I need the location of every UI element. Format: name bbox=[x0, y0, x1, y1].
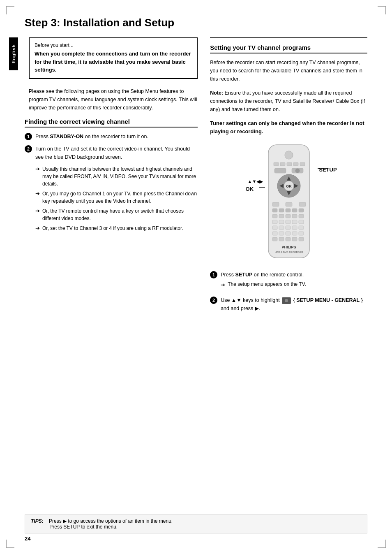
tips-label: TIPS: bbox=[31, 518, 44, 524]
arrow-text-3: Or, the TV remote control may have a key… bbox=[42, 207, 198, 222]
svg-rect-25 bbox=[279, 214, 284, 218]
ok-label: OK bbox=[246, 186, 254, 192]
svg-rect-35 bbox=[279, 226, 284, 229]
svg-rect-22 bbox=[292, 209, 297, 212]
right-step-1-sub: ➔ The setup menu appears on the TV. bbox=[221, 280, 306, 290]
svg-rect-28 bbox=[299, 214, 304, 218]
left-column: English Before you start... When you com… bbox=[25, 37, 198, 317]
two-column-layout: English Before you start... When you com… bbox=[25, 37, 367, 317]
svg-rect-30 bbox=[279, 220, 284, 224]
svg-text:OK: OK bbox=[286, 184, 292, 188]
finding-channel-heading: Finding the correct viewing channel bbox=[25, 118, 198, 127]
svg-rect-23 bbox=[299, 209, 304, 212]
svg-rect-33 bbox=[299, 220, 304, 224]
svg-rect-32 bbox=[292, 220, 297, 224]
right-step-1: 1 Press SETUP on the remote control. ➔ T… bbox=[210, 271, 367, 292]
right-top-divider bbox=[210, 37, 367, 38]
arrow-item-4: ➔ Or, set the TV to Channel 3 or 4 if yo… bbox=[35, 225, 198, 232]
svg-text:PHILIPS: PHILIPS bbox=[281, 245, 296, 249]
right-arrow-1: ➔ bbox=[221, 281, 225, 290]
svg-rect-26 bbox=[286, 214, 291, 218]
language-tab: English bbox=[9, 37, 18, 70]
standby-on-label: STANDBY-ON bbox=[50, 134, 83, 139]
page-number: 24 bbox=[25, 535, 30, 542]
corner-tr bbox=[378, 6, 386, 14]
svg-rect-41 bbox=[286, 232, 291, 235]
svg-rect-4 bbox=[287, 162, 292, 166]
svg-rect-2 bbox=[274, 162, 279, 166]
note-label: Note: bbox=[210, 90, 223, 96]
right-arrow-text-1: The setup menu appears on the TV. bbox=[228, 280, 306, 288]
before-start-box: Before you start... When you complete th… bbox=[29, 37, 198, 79]
svg-rect-6 bbox=[300, 162, 305, 166]
svg-rect-46 bbox=[286, 237, 291, 241]
arrow-icon-1: ➔ bbox=[35, 166, 40, 172]
step-2-circle: 2 bbox=[25, 145, 32, 153]
right-step-2-text: Use ▲▼ keys to highlight { SETUP MENU - … bbox=[221, 296, 367, 313]
tips-line-1: Press ▶ to go access the options of an i… bbox=[49, 518, 173, 524]
tips-box: TIPS: Press ▶ to go access the options o… bbox=[25, 515, 367, 533]
svg-rect-19 bbox=[272, 209, 277, 212]
svg-rect-40 bbox=[279, 232, 284, 235]
arrow-icon-2: ➔ bbox=[35, 190, 40, 197]
right-step-1-text: Press SETUP on the remote control. ➔ The… bbox=[221, 271, 306, 292]
svg-point-51 bbox=[295, 169, 300, 173]
svg-rect-3 bbox=[280, 162, 285, 166]
svg-text:HDD & DVD RECORDER: HDD & DVD RECORDER bbox=[274, 251, 303, 253]
arrow-icon-4: ➔ bbox=[35, 225, 40, 231]
step-2-text: Turn on the TV and set it to the correct… bbox=[35, 145, 198, 161]
before-start-bold: When you complete the connections and tu… bbox=[35, 50, 192, 74]
svg-rect-27 bbox=[292, 214, 297, 218]
setup-menu-general-label: SETUP MENU - GENERAL bbox=[296, 297, 360, 303]
right-intro-text: Before the recorder can start recording … bbox=[210, 58, 367, 83]
svg-rect-38 bbox=[299, 226, 304, 229]
step-1-text: Press STANDBY-ON on the recorder to turn… bbox=[35, 132, 148, 141]
ok-line bbox=[259, 187, 265, 188]
page-title: Step 3: Installation and Setup bbox=[25, 16, 367, 29]
left-step-2: 2 Turn on the TV and set it to the corre… bbox=[25, 145, 198, 161]
svg-rect-17 bbox=[286, 202, 292, 206]
svg-rect-44 bbox=[272, 237, 277, 241]
svg-rect-39 bbox=[272, 232, 277, 235]
svg-rect-36 bbox=[286, 226, 291, 229]
remote-illustration: ▲▼◀▶ OK SETUP bbox=[210, 143, 367, 263]
tuner-warning: Tuner settings can only be changed when … bbox=[210, 119, 367, 135]
svg-rect-18 bbox=[299, 202, 306, 206]
setup-label: SETUP bbox=[319, 167, 337, 173]
svg-rect-42 bbox=[292, 232, 297, 235]
svg-rect-5 bbox=[293, 162, 298, 166]
note-text: Ensure that you have successfully made a… bbox=[210, 90, 365, 112]
arrow-text-4: Or, set the TV to Channel 3 or 4 if you … bbox=[42, 225, 183, 232]
tips-line-2: Press SETUP to exit the menu. bbox=[49, 524, 118, 530]
remote-svg-wrapper: ▲▼◀▶ OK SETUP bbox=[262, 143, 316, 263]
setup-menu-icon bbox=[282, 297, 291, 304]
arrow-item-2: ➔ Or, you may go to Channel 1 on your TV… bbox=[35, 190, 198, 205]
arrow-text-1: Usually this channel is between the lowe… bbox=[42, 165, 198, 188]
svg-rect-20 bbox=[279, 209, 284, 212]
corner-tl bbox=[6, 6, 14, 14]
svg-rect-24 bbox=[272, 214, 277, 218]
arrow-item-1: ➔ Usually this channel is between the lo… bbox=[35, 165, 198, 188]
page: Step 3: Installation and Setup English B… bbox=[0, 0, 392, 554]
corner-br bbox=[378, 540, 386, 548]
before-start-note: Before you start... bbox=[35, 42, 192, 48]
right-column: Setting your TV channel programs Before … bbox=[210, 37, 367, 317]
step-1-circle: 1 bbox=[25, 133, 32, 140]
svg-rect-47 bbox=[292, 237, 297, 241]
svg-rect-43 bbox=[299, 232, 304, 235]
svg-rect-21 bbox=[286, 209, 291, 212]
right-steps: 1 Press SETUP on the remote control. ➔ T… bbox=[210, 271, 367, 313]
right-step-2: 2 Use ▲▼ keys to highlight { SETUP MENU … bbox=[210, 296, 367, 313]
svg-rect-29 bbox=[272, 220, 277, 224]
svg-rect-34 bbox=[272, 226, 277, 229]
svg-rect-37 bbox=[292, 226, 297, 229]
right-step-2-circle: 2 bbox=[210, 297, 217, 304]
svg-rect-45 bbox=[279, 237, 284, 241]
svg-rect-7 bbox=[274, 168, 286, 173]
svg-rect-31 bbox=[286, 220, 291, 224]
setup-line bbox=[318, 168, 328, 169]
svg-point-1 bbox=[285, 151, 293, 159]
arrow-text-2: Or, you may go to Channel 1 on your TV, … bbox=[42, 190, 198, 205]
arrow-item-3: ➔ Or, the TV remote control may have a k… bbox=[35, 207, 198, 222]
svg-rect-16 bbox=[272, 202, 279, 206]
